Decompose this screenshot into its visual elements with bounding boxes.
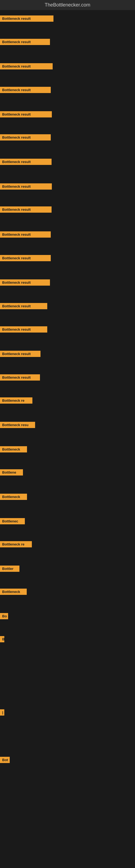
bottleneck-label: Bottleneck result — [0, 303, 47, 309]
bottleneck-label: Bottleneck result — [0, 351, 41, 357]
bottleneck-label: Bottleneck result — [0, 63, 53, 69]
bottleneck-label: Bottleneck result — [0, 374, 40, 380]
bottleneck-item: Bo — [0, 613, 8, 620]
bottleneck-item: Bottleneck result — [0, 326, 47, 334]
bottleneck-label: Bottleneck result — [0, 231, 51, 238]
bottleneck-item: Bottleneck result — [0, 111, 52, 119]
bottleneck-item: Bottleneck result — [0, 87, 51, 94]
bottleneck-item: Bottleneck — [0, 494, 27, 501]
bottleneck-item: Bottleneck result — [0, 39, 50, 46]
bottleneck-label: Bo — [0, 613, 8, 619]
bottleneck-item: Bottleneck result — [0, 303, 47, 310]
bottleneck-label: Bottlenec — [0, 518, 25, 524]
bottleneck-item: Bottleneck result — [0, 183, 52, 191]
bottleneck-label: B — [0, 636, 4, 642]
bottleneck-item: Bottleneck re — [0, 541, 32, 549]
bottleneck-label: Bottleneck — [0, 589, 27, 595]
bottleneck-item: Bottleneck result — [0, 207, 52, 214]
bottleneck-item: Bot — [0, 757, 10, 764]
bottleneck-item: B — [0, 636, 4, 643]
site-title: TheBottlenecker.com — [0, 0, 135, 10]
bottleneck-label: Bottleneck result — [0, 207, 52, 213]
bottleneck-label: Bottleneck result — [0, 134, 51, 141]
bottleneck-item: Bottleneck result — [0, 134, 51, 142]
bottleneck-label: Bottleneck — [0, 494, 27, 500]
bottleneck-label: Bottleneck result — [0, 255, 51, 261]
bottleneck-item: Bottleneck result — [0, 351, 41, 358]
bottleneck-label: | — [0, 709, 4, 716]
bottleneck-label: Bottleneck result — [0, 39, 50, 45]
bottleneck-item: Bottleneck — [0, 589, 27, 596]
bottleneck-item: Bottleneck result — [0, 63, 53, 70]
bottleneck-item: Bottleneck result — [0, 16, 53, 23]
bottleneck-label: Bot — [0, 757, 10, 763]
bottleneck-label: Bottleneck result — [0, 16, 53, 22]
bottleneck-label: Bottleneck resu — [0, 422, 35, 428]
bottleneck-label: Bottleneck result — [0, 87, 51, 93]
bottleneck-item: Bottleneck re — [0, 397, 32, 405]
bottleneck-label: Bottleneck — [0, 446, 27, 453]
bottleneck-label: Bottleneck result — [0, 159, 52, 165]
bottleneck-item: | — [0, 709, 4, 717]
bottleneck-label: Bottleneck result — [0, 326, 47, 333]
bottleneck-item: Bottlene — [0, 469, 23, 476]
bottleneck-item: Bottler — [0, 565, 19, 573]
bottleneck-label: Bottleneck result — [0, 111, 52, 118]
bottleneck-label: Bottleneck result — [0, 183, 52, 190]
bottleneck-item: Bottleneck result — [0, 374, 40, 382]
bottleneck-label: Bottleneck result — [0, 279, 50, 286]
bottleneck-label: Bottlene — [0, 469, 23, 475]
bottleneck-item: Bottleneck resu — [0, 422, 35, 429]
bottleneck-item: Bottleneck — [0, 446, 27, 454]
bottleneck-item: Bottleneck result — [0, 255, 51, 262]
bottleneck-item: Bottleneck result — [0, 159, 52, 166]
bottleneck-label: Bottler — [0, 565, 19, 572]
bottleneck-item: Bottleneck result — [0, 279, 50, 287]
bottleneck-item: Bottlenec — [0, 518, 25, 525]
bottleneck-label: Bottleneck re — [0, 541, 32, 547]
bottleneck-item: Bottleneck result — [0, 231, 51, 239]
bottleneck-label: Bottleneck re — [0, 397, 32, 404]
